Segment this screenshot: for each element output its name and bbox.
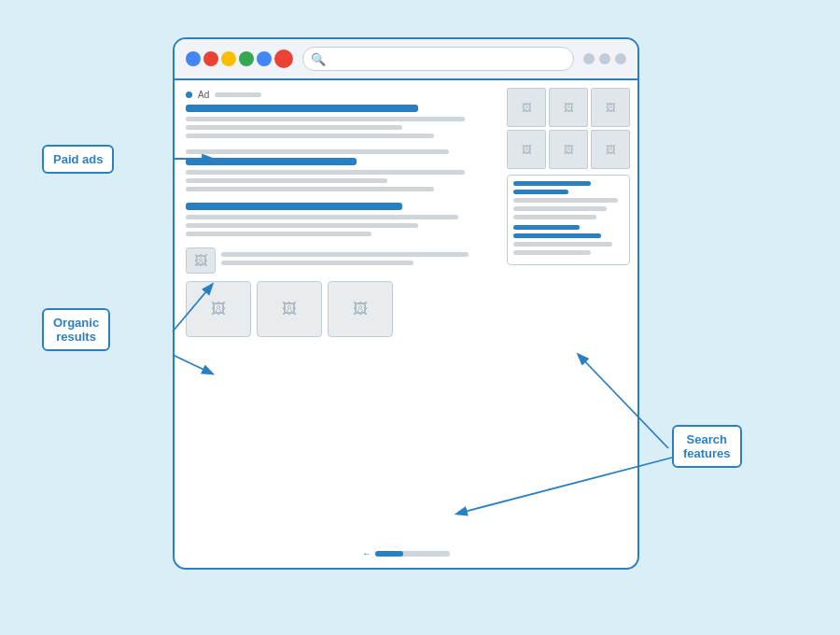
scrollbar: ← [362,548,450,558]
logo-dot-red [203,51,218,66]
ad-line-3 [186,134,434,138]
image-icon-2: 🖼 [282,301,297,318]
image-1: 🖼 [186,281,251,337]
window-dot-3 [615,53,626,64]
search-features-label: Searchfeatures [672,425,742,468]
ad-title-bar [186,105,418,112]
logo-dot-red2 [274,49,293,68]
ad-label-row: Ad [186,90,496,100]
panel-link [513,225,580,230]
logo-dot-blue [186,51,201,66]
search-bar[interactable]: 🔍 [302,47,574,71]
image-icon-3: 🖼 [353,301,368,318]
browser-window: 🔍 Ad [173,37,639,570]
panel-line-3 [513,215,596,219]
window-dot-1 [583,53,595,64]
org2-line-1 [186,215,458,219]
org1-line-1 [186,170,465,175]
scroll-track [375,551,450,557]
image-row: 🖼 🖼 🖼 [186,281,496,337]
ad-result-block [186,105,496,138]
org1-line-0 [186,149,449,154]
img-line-2 [221,261,413,265]
organic-result-2 [186,203,496,236]
ad-line-1 [186,117,465,121]
image-result-small: 🖼 [186,247,496,274]
knowledge-panel: 🖼 🖼 🖼 🖼 🖼 🖼 [507,80,637,568]
scroll-left-arrow: ← [362,548,371,558]
scroll-thumb [375,551,403,557]
window-controls [583,53,626,64]
browser-topbar: 🔍 [175,39,637,80]
panel-info-card [507,175,630,265]
panel-images-grid: 🖼 🖼 🖼 🖼 🖼 🖼 [507,88,630,169]
ad-line-2 [186,125,402,130]
panel-img-2: 🖼 [549,88,588,127]
organic-results-label: Organicresults [42,308,110,351]
panel-img-3: 🖼 [591,88,630,127]
logo-dot-blue2 [257,51,272,66]
panel-line-4 [513,242,612,247]
org2-line-3 [186,232,371,236]
organic-result-1 [186,149,496,191]
image-3: 🖼 [328,281,393,337]
logo-dot-green [239,51,254,66]
panel-line-1 [513,198,618,203]
ad-dot [186,92,192,98]
small-img: 🖼 [186,247,216,274]
panel-title [513,181,591,186]
img-line-1 [221,252,469,257]
panel-link-2 [513,233,601,238]
org1-line-3 [186,187,434,191]
panel-img-5: 🖼 [549,130,588,169]
image-icon-1: 🖼 [211,301,226,318]
paid-ads-label: Paid ads [42,145,114,174]
google-logo [186,49,293,68]
logo-dot-yellow [221,51,236,66]
ad-line [215,92,261,97]
search-icon: 🔍 [311,52,326,66]
main-results: Ad [175,80,507,568]
panel-line-5 [513,250,591,255]
panel-img-4: 🖼 [507,130,546,169]
panel-line-2 [513,206,607,211]
panel-img-1: 🖼 [507,88,546,127]
image-2: 🖼 [257,281,322,337]
panel-img-6: 🖼 [591,130,630,169]
org1-title [186,158,357,165]
org2-title [186,203,402,210]
panel-subtitle [513,190,568,194]
org1-line-2 [186,178,387,183]
ad-text: Ad [198,90,209,100]
browser-content: Ad [175,80,637,568]
org2-line-2 [186,223,418,228]
window-dot-2 [599,53,610,64]
